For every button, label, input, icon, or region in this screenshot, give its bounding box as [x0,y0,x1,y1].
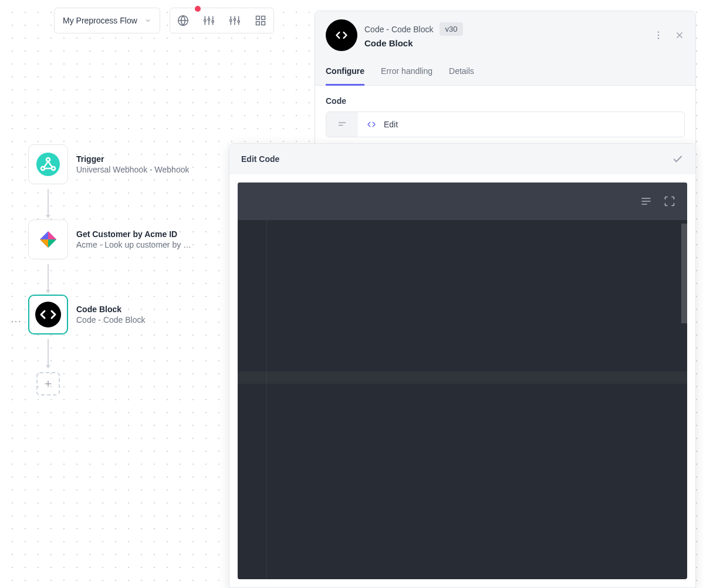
minimap-scroll-marker[interactable] [681,224,687,323]
svg-point-9 [208,19,209,21]
svg-point-18 [234,19,235,21]
svg-point-37 [658,38,660,39]
notification-dot [195,6,201,12]
svg-point-36 [658,35,660,36]
svg-rect-20 [256,16,259,20]
sliders-icon [229,15,241,26]
tab-details[interactable]: Details [449,60,474,85]
tab-error-handling[interactable]: Error handling [381,60,432,85]
node-title: Get Customer by Acme ID [76,229,191,239]
more-vertical-icon [653,30,664,40]
version-badge: v30 [440,22,464,36]
panel-breadcrumb: Code - Code Block v30 [364,22,646,36]
flow-canvas: ⋯ Trigger Universal Webhook - Webhook Ge… [28,144,191,396]
flow-node-trigger[interactable]: Trigger Universal Webhook - Webhook [28,144,191,184]
input-type-indicator[interactable] [326,112,358,137]
plus-icon [43,379,53,389]
acme-icon [38,229,58,249]
panel-menu-button[interactable] [653,30,664,40]
node-label: Trigger Universal Webhook - Webhook [76,154,189,174]
svg-point-8 [204,19,205,21]
node-connector [28,334,68,370]
text-lines-icon [337,119,347,130]
node-title: Trigger [76,154,189,164]
svg-rect-23 [261,22,265,25]
add-step-button[interactable] [36,372,60,396]
editor-title: Edit Code [241,154,279,164]
node-icon-webhook [28,144,68,184]
grid-icon [255,15,266,26]
code-text-area[interactable] [267,220,687,579]
svg-marker-30 [48,239,56,248]
sliders-button-2[interactable] [222,8,248,33]
toolbar-actions-group [170,8,274,33]
editor-header: Edit Code [229,144,695,174]
node-label: Get Customer by Acme ID Acme - Look up c… [76,229,191,249]
node-connector [28,259,68,295]
code-editor-popup: Edit Code [229,143,696,588]
maximize-icon [664,195,675,207]
globe-icon [177,15,189,26]
breadcrumb-text: Code - Code Block [364,25,434,34]
code-field-label: Code [326,96,685,106]
code-content[interactable] [238,220,687,579]
panel-tabs: Configure Error handling Details [315,55,695,86]
chevron-down-icon [144,17,151,24]
webhook-icon [35,151,61,177]
flow-node-get-customer[interactable]: Get Customer by Acme ID Acme - Look up c… [28,219,191,259]
code-input-row: Edit [326,111,685,137]
panel-actions [653,30,685,40]
node-icon-acme [28,219,68,259]
grid-button[interactable] [248,8,273,33]
edit-label: Edit [384,120,398,129]
line-number-gutter [238,220,267,579]
svg-point-32 [35,302,61,327]
code-brackets-icon [366,119,377,130]
panel-body: Code Edit [315,86,695,148]
drag-handle-icon[interactable]: ⋯ [11,315,22,327]
svg-point-17 [229,19,231,21]
panel-header: Code - Code Block v30 Code Block [315,11,695,55]
wrap-icon [640,195,652,207]
node-subtitle: Universal Webhook - Webhook [76,165,189,174]
sliders-button-1[interactable] [196,8,222,33]
code-icon [35,301,62,328]
code-editor[interactable] [238,183,687,579]
node-connector [28,184,68,219]
sliders-icon [203,15,215,26]
svg-rect-22 [256,22,259,25]
editor-confirm-button[interactable] [672,153,684,165]
flow-selector-dropdown[interactable]: My Preprocess Flow [54,8,160,33]
tab-configure[interactable]: Configure [326,60,364,86]
editor-body [229,174,695,587]
code-edit-trigger[interactable]: Edit [358,112,684,137]
panel-header-code-icon [326,19,357,51]
top-toolbar: My Preprocess Flow [54,8,274,33]
node-title: Code Block [76,305,146,314]
fullscreen-button[interactable] [664,195,675,207]
node-subtitle: Acme - Look up customer by … [76,240,191,249]
svg-point-10 [212,21,214,22]
panel-header-text: Code - Code Block v30 Code Block [364,22,646,48]
svg-point-35 [658,31,660,33]
close-icon [674,30,685,40]
svg-point-19 [238,21,239,22]
svg-marker-29 [48,231,56,239]
node-label: Code Block Code - Code Block [76,305,146,325]
node-subtitle: Code - Code Block [76,315,146,325]
wrap-lines-button[interactable] [640,195,652,207]
svg-rect-21 [261,16,265,20]
panel-title: Code Block [364,38,646,48]
globe-button[interactable] [170,8,196,33]
panel-close-button[interactable] [674,30,685,40]
flow-node-code-block[interactable]: Code Block Code - Code Block [28,295,191,334]
flow-name-label: My Preprocess Flow [63,16,137,25]
node-icon-code [28,295,68,334]
code-editor-toolbar [238,183,687,220]
config-panel: Code - Code Block v30 Code Block Configu… [315,11,696,148]
code-icon [333,27,350,43]
check-icon [672,153,684,165]
svg-point-24 [36,153,60,176]
svg-marker-31 [40,239,48,248]
